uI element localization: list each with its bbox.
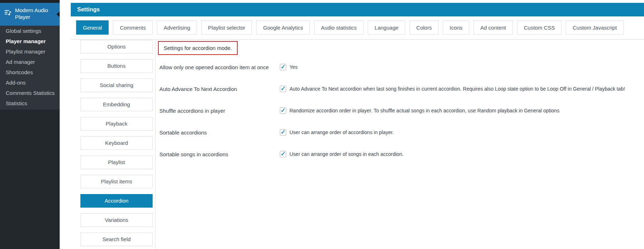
setting-row-sortable-accordions: Sortable accordions User can arrange ord… (159, 128, 640, 136)
sidebar-item-playlist-manager[interactable]: Playlist manager (0, 46, 60, 57)
checkbox-checked-icon[interactable] (280, 64, 286, 70)
settings-subnav: Options Buttons Social sharing Embedding… (80, 40, 153, 249)
subnav-item-social-sharing[interactable]: Social sharing (80, 78, 153, 92)
tab-comments[interactable]: Comments (113, 20, 153, 35)
subnav-item-options[interactable]: Options (80, 40, 153, 54)
current-menu-arrow-icon (56, 11, 60, 17)
tab-custom-javascript[interactable]: Custom Javascript (566, 20, 623, 35)
setting-description: Yes (289, 64, 298, 70)
setting-label: Sortable accordions (159, 129, 280, 136)
subnav-item-search-field[interactable]: Search field (80, 233, 153, 246)
setting-label: Shuffle accordions in player (159, 108, 280, 114)
checkbox-checked-icon[interactable] (280, 129, 286, 136)
sidebar-item-shortcodes[interactable]: Shortcodes (0, 67, 60, 77)
settings-tabs: General Comments Advertising Playlist se… (76, 20, 628, 35)
tab-custom-css[interactable]: Custom CSS (517, 20, 562, 35)
checkbox-checked-icon[interactable] (280, 86, 286, 92)
tab-language[interactable]: Language (368, 20, 405, 35)
admin-sidebar: Modern Audio Player Global settings Play… (0, 0, 60, 249)
setting-row-sortable-songs: Sortable songs in accordions User can ar… (159, 150, 640, 158)
sidebar-item-add-ons[interactable]: Add-ons (0, 77, 60, 88)
setting-description: User can arrange order of accordions in … (289, 129, 394, 135)
plugin-title: Modern Audio Player (15, 7, 56, 20)
setting-description: Randomize accordion order in player. To … (289, 108, 559, 113)
admin-topbar-sliver (0, 0, 60, 3)
page-title: Settings (71, 3, 644, 16)
subnav-item-embedding[interactable]: Embedding (80, 98, 153, 111)
sidebar-item-comments-statistics[interactable]: Comments Statistics (0, 88, 60, 98)
subnav-item-keyboard[interactable]: Keyboard (80, 136, 153, 150)
settings-rows: Allow only one opened accordion item at … (159, 63, 640, 172)
sidebar-item-player-manager[interactable]: Player manager (0, 36, 60, 46)
subnav-item-buttons[interactable]: Buttons (80, 59, 153, 73)
setting-row-shuffle-accordions: Shuffle accordions in player Randomize a… (159, 107, 640, 115)
setting-label: Allow only one opened accordion item at … (159, 64, 280, 70)
sidebar-item-global-settings[interactable]: Global settings (0, 26, 60, 36)
sidebar-item-statistics[interactable]: Statistics (0, 98, 60, 108)
accordion-mode-notice: Settings for accordion mode. (158, 41, 238, 55)
audio-playlist-icon (4, 9, 11, 16)
tab-icons[interactable]: Icons (443, 20, 469, 35)
sidebar-item-modern-audio-player[interactable]: Modern Audio Player (0, 3, 60, 26)
setting-label: Sortable songs in accordions (159, 151, 280, 157)
tab-audio-statistics[interactable]: Audio statistics (314, 20, 363, 35)
subnav-item-accordion[interactable]: Accordion (80, 194, 153, 208)
subnav-item-playlist-items[interactable]: Playlist items (80, 175, 153, 188)
subnav-item-playlist[interactable]: Playlist (80, 156, 153, 169)
sidebar-menu: Global settings Player manager Playlist … (0, 26, 60, 108)
tabs-divider (71, 39, 644, 40)
setting-description: User can arrange order of songs in each … (289, 151, 403, 157)
setting-row-allow-one-open: Allow only one opened accordion item at … (159, 63, 640, 71)
subnav-item-playback[interactable]: Playback (80, 117, 153, 131)
setting-row-auto-advance: Auto Advance To Next Accordion Auto Adva… (159, 85, 640, 93)
tab-playlist-selector[interactable]: Playlist selector (201, 20, 252, 35)
sidebar-item-ad-manager[interactable]: Ad manager (0, 57, 60, 67)
tab-advertising[interactable]: Advertising (157, 20, 197, 35)
tab-google-analytics[interactable]: Google Analytics (256, 20, 310, 35)
tab-colors[interactable]: Colors (410, 20, 439, 35)
subnav-item-variations[interactable]: Variations (80, 213, 153, 227)
setting-description: Auto Advance To Next accordion when last… (289, 86, 625, 92)
checkbox-checked-icon[interactable] (280, 151, 286, 157)
tab-ad-content[interactable]: Ad content (474, 20, 513, 35)
checkbox-checked-icon[interactable] (280, 107, 286, 114)
tab-general[interactable]: General (76, 20, 109, 35)
subnav-divider (155, 40, 155, 249)
main-content: Settings General Comments Advertising Pl… (60, 0, 644, 249)
setting-label: Auto Advance To Next Accordion (159, 86, 280, 92)
